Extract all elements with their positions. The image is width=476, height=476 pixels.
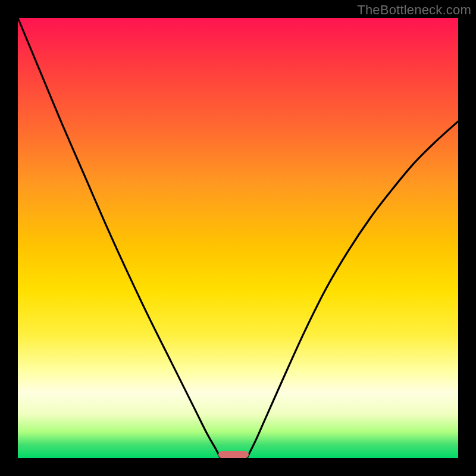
chart-frame: TheBottleneck.com xyxy=(0,0,476,476)
curve-left-branch xyxy=(18,18,220,458)
plot-area xyxy=(18,18,458,458)
curve-svg xyxy=(18,18,458,458)
bottleneck-marker xyxy=(218,451,249,458)
curve-right-branch xyxy=(247,121,458,458)
watermark-text: TheBottleneck.com xyxy=(357,2,471,18)
